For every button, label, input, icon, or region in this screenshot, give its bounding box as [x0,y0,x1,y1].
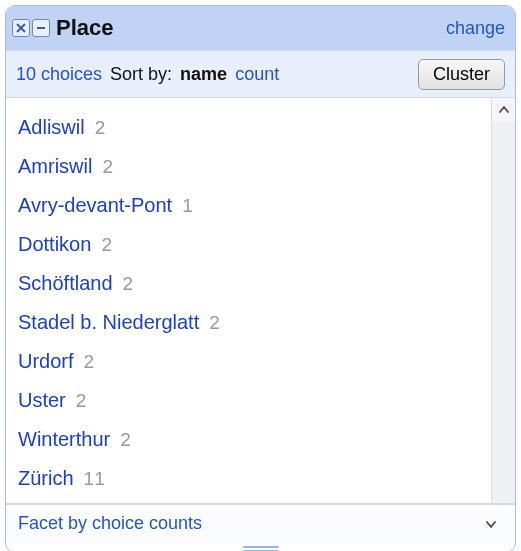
facet-item: Amriswil2 [18,147,479,186]
sort-by-label: Sort by: [110,64,172,85]
close-icon[interactable] [12,19,30,37]
facet-item: Adliswil2 [18,108,479,147]
facet-footer: Facet by choice counts [6,504,515,544]
cluster-button[interactable]: Cluster [418,59,505,90]
facet-item-label[interactable]: Urdorf [18,347,74,375]
facet-item-label[interactable]: Adliswil [18,113,85,141]
facet-item-label[interactable]: Dottikon [18,230,91,258]
scroll-track[interactable] [492,122,515,503]
facet-item-label[interactable]: Winterthur [18,425,110,453]
facet-title: Place [56,15,114,41]
sort-option-count[interactable]: count [235,64,279,85]
facet-item-count: 11 [84,465,105,493]
facet-toolbar: 10 choices Sort by: name count Cluster [6,50,515,98]
facet-item: Schöftland2 [18,264,479,303]
choices-count[interactable]: 10 choices [16,64,102,85]
facet-item-count: 2 [76,387,87,415]
scroll-up-icon[interactable] [492,98,515,122]
facet-item-label[interactable]: Avry-devant-Pont [18,191,172,219]
sort-option-name[interactable]: name [180,64,227,85]
scroll-down-icon[interactable] [479,518,503,530]
facet-item-count: 2 [101,231,112,259]
facet-by-counts-link[interactable]: Facet by choice counts [18,513,202,534]
facet-item: Avry-devant-Pont1 [18,186,479,225]
facet-item-label[interactable]: Schöftland [18,269,113,297]
facet-item: Winterthur2 [18,420,479,459]
facet-item-count: 2 [95,114,106,142]
facet-item-count: 2 [120,426,131,454]
facet-item-count: 2 [84,348,95,376]
facet-item-label[interactable]: Amriswil [18,152,92,180]
facet-body: Adliswil2Amriswil2Avry-devant-Pont1Dotti… [6,98,515,503]
change-link[interactable]: change [446,18,505,39]
minimize-icon[interactable] [32,19,50,37]
facet-item: Zürich11 [18,459,479,498]
facet-panel: Place change 10 choices Sort by: name co… [5,5,516,551]
facet-item: Dottikon2 [18,225,479,264]
header-controls [12,19,50,37]
facet-item-label[interactable]: Stadel b. Niederglatt [18,308,199,336]
facet-footer-wrap: Facet by choice counts [6,503,515,551]
facet-item-count: 1 [182,192,193,220]
resize-grip-icon[interactable] [241,546,281,551]
facet-item-count: 2 [102,153,113,181]
facet-item: Uster2 [18,381,479,420]
facet-header: Place change [6,6,515,50]
facet-list: Adliswil2Amriswil2Avry-devant-Pont1Dotti… [6,98,491,503]
facet-item: Stadel b. Niederglatt2 [18,303,479,342]
facet-item-label[interactable]: Uster [18,386,66,414]
facet-item-count: 2 [123,270,134,298]
facet-item-count: 2 [209,309,220,337]
facet-item-label[interactable]: Zürich [18,464,74,492]
scrollbar[interactable] [491,98,515,503]
facet-item: Urdorf2 [18,342,479,381]
